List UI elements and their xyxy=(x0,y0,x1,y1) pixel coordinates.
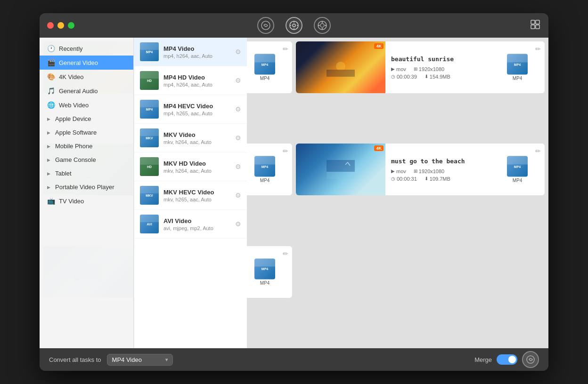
gear-icon[interactable]: ⚙ xyxy=(235,220,241,228)
video-thumbnail xyxy=(296,144,385,195)
format-name: MP4 HEVC Video xyxy=(163,103,235,110)
close-button[interactable] xyxy=(47,22,54,29)
format-item-icon: AVI xyxy=(140,215,159,233)
gear-icon[interactable]: ⚙ xyxy=(235,163,241,170)
sidebar-item-label: Portable Video Player xyxy=(55,184,114,191)
svg-point-2 xyxy=(293,24,295,27)
output-format-badge: MP4 MP4 xyxy=(254,258,275,285)
format-item-icon: MKV xyxy=(140,186,159,205)
format-item-mkvhevc[interactable]: MKV MKV HEVC Video mkv, h265, aac, Auto … xyxy=(134,181,247,210)
4k-badge: 4K xyxy=(374,145,384,151)
title-icons xyxy=(257,17,331,34)
layout-icon[interactable] xyxy=(530,19,541,32)
svg-point-9 xyxy=(322,22,323,23)
gear-icon[interactable]: ⚙ xyxy=(235,134,241,142)
svg-point-12 xyxy=(325,25,327,26)
sidebar-item-tv-video[interactable]: 📺 TV Video xyxy=(40,194,133,208)
format-select-wrapper: MP4 Video MP4 HD Video MKV Video AVI Vid… xyxy=(107,354,173,366)
svg-point-32 xyxy=(527,356,534,363)
format-list: MP4 MP4 Video mp4, h264, aac, Auto ⚙ HD xyxy=(134,38,247,348)
sidebar-item-mobile-phone[interactable]: ▶ Mobile Phone xyxy=(40,139,133,153)
settings-tab-icon[interactable] xyxy=(286,17,302,34)
movie-tab-icon[interactable] xyxy=(314,17,331,34)
minimize-button[interactable] xyxy=(57,22,64,29)
gear-icon[interactable]: ⚙ xyxy=(235,48,241,56)
bottom-bar: Convert all tasks to MP4 Video MP4 HD Vi… xyxy=(40,348,548,371)
edit-icon[interactable]: ✏ xyxy=(283,45,288,53)
4k-badge: 4K xyxy=(374,43,384,49)
format-meta: mp4, h265, aac, Auto xyxy=(163,111,235,116)
format-item-info: MKV HEVC Video mkv, h265, aac, Auto xyxy=(163,189,235,202)
format-icon-hd: HD xyxy=(140,71,159,90)
svg-point-0 xyxy=(261,21,270,30)
format-item-mkv[interactable]: MKV MKV Video mkv, h264, aac, Auto ⚙ xyxy=(134,124,247,152)
merge-toggle[interactable] xyxy=(497,354,517,365)
sidebar-item-recently[interactable]: 🕐 Recently xyxy=(40,41,133,56)
sidebar-item-tablet[interactable]: ▶ Tablet xyxy=(40,167,133,180)
sidebar-item-apple-device[interactable]: ▶ Apple Device xyxy=(40,112,133,126)
gear-icon[interactable]: ⚙ xyxy=(235,105,241,113)
convert-tab-icon[interactable] xyxy=(257,17,274,34)
format-meta: mp4, h264, aac, Auto xyxy=(163,53,235,59)
sidebar-item-4k-video[interactable]: 🎨 4K Video xyxy=(40,70,133,84)
edit-icon[interactable]: ✏ xyxy=(283,250,288,257)
gear-icon[interactable]: ⚙ xyxy=(235,192,241,199)
svg-point-10 xyxy=(322,28,323,30)
edit-icon[interactable]: ✏ xyxy=(283,147,288,155)
format-item-mp4hevc[interactable]: MP4 MP4 HEVC Video mp4, h265, aac, Auto … xyxy=(134,95,247,124)
format-name: AVI Video xyxy=(163,217,235,224)
sidebar-item-label: 4K Video xyxy=(59,73,84,80)
sidebar-item-general-video[interactable]: 🎬 General Video xyxy=(40,56,133,70)
edit-icon[interactable]: ✏ xyxy=(535,147,541,155)
format-image: MP4 xyxy=(254,258,275,279)
sidebar-item-label: Recently xyxy=(59,45,83,52)
format-name: MP4 Video xyxy=(163,45,235,52)
format-item-mp4hd[interactable]: HD MP4 HD Video mp4, h264, aac, Auto ⚙ xyxy=(134,66,247,95)
video-card: 4K beautiful sunrise ▶mov ⊞1920x1080 ◷00… xyxy=(296,41,545,93)
start-convert-button[interactable] xyxy=(522,351,539,368)
format-name: MKV Video xyxy=(163,131,235,138)
traffic-lights xyxy=(47,22,74,29)
format-meta: mkv, h264, aac, Auto xyxy=(163,139,235,145)
maximize-button[interactable] xyxy=(68,22,74,29)
format-item-mp4[interactable]: MP4 MP4 Video mp4, h264, aac, Auto ⚙ xyxy=(134,38,247,66)
sidebar-item-label: Apple Device xyxy=(55,115,91,122)
audio-icon: 🎵 xyxy=(47,87,55,95)
video-icon: 🎬 xyxy=(47,59,55,66)
format-item-icon: MKV xyxy=(140,128,159,147)
svg-rect-14 xyxy=(536,20,539,24)
output-format-badge: MP4 MP4 xyxy=(254,54,275,81)
output-format-badge: MP4 MP4 xyxy=(507,54,528,81)
edit-icon[interactable]: ✏ xyxy=(535,45,541,53)
format-item-mkvhd[interactable]: HD MKV HD Video mkv, h264, aac, Auto ⚙ xyxy=(134,152,247,181)
format-item-icon: MP4 xyxy=(140,100,159,119)
chevron-right-icon: ▶ xyxy=(47,158,50,162)
format-label: MP4 xyxy=(260,280,270,285)
format-sidebar: 🕐 Recently 🎬 General Video 🎨 4K Video 🎵 … xyxy=(40,38,134,348)
format-item-info: AVI Video avi, mjpeg, mp2, Auto xyxy=(163,217,235,231)
tv-icon: 📺 xyxy=(47,197,55,205)
format-select[interactable]: MP4 Video MP4 HD Video MKV Video AVI Vid… xyxy=(107,354,173,366)
video-thumbnail xyxy=(296,41,385,93)
sidebar-item-general-audio[interactable]: 🎵 General Audio xyxy=(40,84,133,98)
format-item-info: MP4 HD Video mp4, h264, aac, Auto xyxy=(163,74,235,88)
sidebar-item-portable-video[interactable]: ▶ Portable Video Player xyxy=(40,180,133,194)
sidebar-item-game-console[interactable]: ▶ Game Console xyxy=(40,153,133,167)
svg-rect-13 xyxy=(531,20,535,24)
sidebar-item-label: Web Video xyxy=(59,102,89,109)
merge-label: Merge xyxy=(474,356,492,363)
format-item-avi[interactable]: AVI AVI Video avi, mjpeg, mp2, Auto ⚙ xyxy=(134,210,247,239)
format-item-icon: HD xyxy=(140,157,159,176)
sidebar-item-label: Mobile Phone xyxy=(55,143,93,150)
chevron-right-icon: ▶ xyxy=(47,117,50,121)
format-image: MP4 xyxy=(507,54,528,75)
format-meta: mp4, h264, aac, Auto xyxy=(163,82,235,88)
sidebar-item-apple-software[interactable]: ▶ Apple Software xyxy=(40,126,133,139)
sidebar-item-web-video[interactable]: 🌐 Web Video xyxy=(40,98,133,112)
merge-section: Merge xyxy=(474,351,539,368)
gear-icon[interactable]: ⚙ xyxy=(235,77,241,84)
svg-rect-26 xyxy=(327,160,355,172)
format-icon-avi: AVI xyxy=(140,215,159,233)
format-item-info: MKV Video mkv, h264, aac, Auto xyxy=(163,131,235,145)
format-icon-mp4: MP4 xyxy=(140,42,159,61)
